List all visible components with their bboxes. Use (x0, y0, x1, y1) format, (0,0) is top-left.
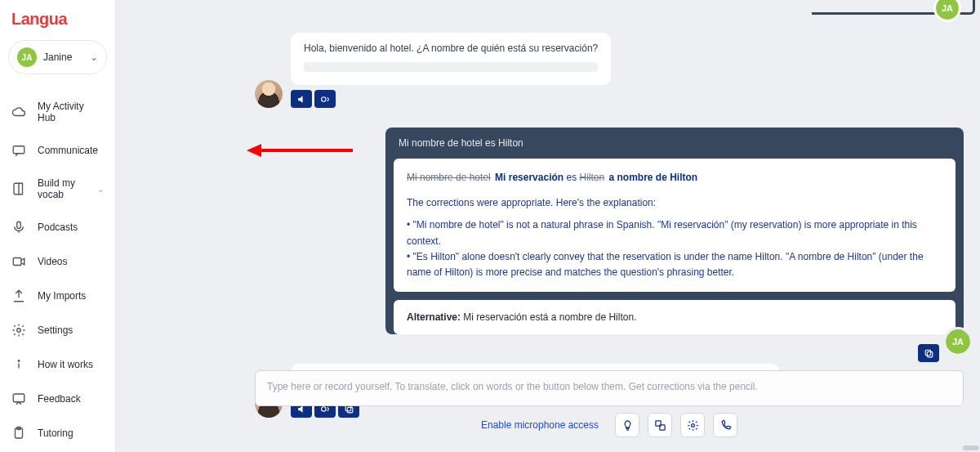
mic-icon (11, 220, 26, 235)
message-text: Hola, bienvenido al hotel. ¿A nombre de … (304, 43, 598, 54)
gear-icon (11, 323, 26, 338)
video-icon (11, 254, 26, 269)
book-icon (11, 181, 26, 196)
svg-point-10 (321, 96, 325, 101)
svg-rect-5 (13, 394, 24, 402)
svg-point-13 (321, 406, 325, 410)
copy-button[interactable] (918, 344, 939, 362)
strike-text: Mi nombre de hotel (407, 172, 491, 183)
nav: My Activity Hub Communicate Build my voc… (0, 86, 115, 452)
correction-line: Mi nombre de hotel Mi reservación es Hil… (407, 170, 942, 186)
correction-panel: Mi nombre de hotel Mi reservación es Hil… (394, 159, 956, 292)
sidebar-item-label: My Activity Hub (38, 101, 104, 123)
sidebar-item-imports[interactable]: My Imports (0, 279, 115, 313)
sidebar-item-communicate[interactable]: Communicate (0, 133, 115, 168)
bottom-bar: Enable microphone access (255, 413, 964, 437)
sidebar-item-label: Videos (38, 256, 67, 267)
placeholder-text: Type here or record yourself. To transla… (267, 381, 758, 392)
chat-column: Hola, bienvenido al hotel. ¿A nombre de … (255, 33, 964, 395)
main: JA Hola, bienvenido al hotel. ¿A nombre … (116, 0, 980, 452)
sidebar-item-label: Communicate (38, 145, 98, 156)
sidebar-item-activity-hub[interactable]: My Activity Hub (0, 91, 115, 133)
avatar: JA (946, 329, 970, 354)
bot-message: Hola, bienvenido al hotel. ¿A nombre de … (255, 33, 964, 108)
sidebar-item-label: My Imports (38, 290, 86, 302)
sidebar-item-tutoring[interactable]: Tutoring (0, 416, 115, 450)
bold-text: Mi reservación (495, 172, 564, 183)
sidebar-item-label: Build my vocab (38, 177, 86, 200)
message-bubble: Hola, bienvenido al hotel. ¿A nombre de … (291, 33, 611, 85)
avatar: JA (936, 0, 959, 20)
bot-avatar (255, 80, 283, 108)
bold-text: a nombre de Hilton (609, 172, 698, 183)
svg-point-3 (17, 329, 21, 333)
chevron-down-icon: ⌄ (90, 51, 98, 63)
explanation-intro: The corrections were appropriate. Here's… (407, 195, 942, 211)
enable-microphone-link[interactable]: Enable microphone access (481, 419, 599, 431)
chevron-down-icon: ⌄ (97, 185, 104, 194)
upload-icon (11, 289, 26, 303)
svg-rect-0 (13, 146, 24, 154)
settings-button[interactable] (680, 413, 705, 437)
bullet-item: "Mi nombre de hotel" is not a natural ph… (407, 217, 942, 248)
call-button[interactable] (713, 413, 737, 437)
message-input[interactable]: Type here or record yourself. To transla… (255, 370, 964, 406)
info-icon (11, 357, 26, 372)
plain-text: es (566, 172, 579, 183)
svg-rect-2 (13, 258, 21, 266)
svg-rect-12 (925, 350, 931, 356)
sidebar-item-label: Podcasts (38, 222, 78, 233)
message-icon (11, 143, 26, 158)
sidebar-item-feedback[interactable]: Feedback (0, 382, 115, 416)
bullet-item: "Es Hilton" alone doesn't clearly convey… (407, 249, 942, 280)
clipboard-icon (11, 426, 26, 441)
logo-text: Langua (11, 10, 67, 28)
translation-placeholder (304, 62, 598, 72)
sidebar-item-label: Settings (38, 324, 73, 336)
alternative-label: Alternative: (407, 311, 461, 323)
scrollbar-thumb[interactable] (963, 445, 979, 450)
strike-text: Hilton (579, 172, 604, 183)
explanation-bullets: "Mi nombre de hotel" is not a natural ph… (407, 217, 942, 280)
sidebar: Langua JA Janine ⌄ My Activity Hub Commu… (0, 0, 116, 452)
sidebar-item-how-it-works[interactable]: How it works (0, 347, 115, 382)
sidebar-item-label: Tutoring (38, 427, 74, 439)
composer: Type here or record yourself. To transla… (255, 370, 964, 406)
alternative-text: Mi reservación está a nombre de Hilton. (461, 311, 636, 323)
user-name: Janine (43, 51, 72, 63)
sidebar-item-podcasts[interactable]: Podcasts (0, 210, 115, 244)
sidebar-item-label: Feedback (38, 393, 81, 405)
user-original-text: Mi nombre de hotel es Hilton (385, 128, 964, 159)
sidebar-item-label: How it works (38, 359, 93, 370)
user-message-with-correction: Mi nombre de hotel es Hilton Mi nombre d… (385, 128, 964, 342)
svg-point-4 (18, 360, 20, 362)
alternative-panel: Alternative: Mi reservación está a nombr… (394, 300, 956, 334)
sidebar-item-settings[interactable]: Settings (0, 313, 115, 347)
translate-button[interactable] (648, 413, 672, 437)
logo: Langua (0, 0, 115, 35)
svg-rect-1 (17, 222, 21, 228)
cloud-icon (11, 105, 26, 119)
hint-button[interactable] (615, 413, 639, 437)
svg-point-18 (691, 423, 694, 427)
slow-audio-button[interactable] (314, 90, 336, 108)
sidebar-item-videos[interactable]: Videos (0, 244, 115, 279)
user-menu[interactable]: JA Janine ⌄ (8, 40, 107, 74)
svg-rect-14 (347, 407, 353, 413)
sidebar-item-build-vocab[interactable]: Build my vocab ⌄ (0, 168, 115, 210)
svg-rect-11 (927, 351, 933, 357)
feedback-icon (11, 392, 26, 406)
avatar: JA (17, 47, 37, 67)
play-audio-button[interactable] (291, 90, 312, 108)
